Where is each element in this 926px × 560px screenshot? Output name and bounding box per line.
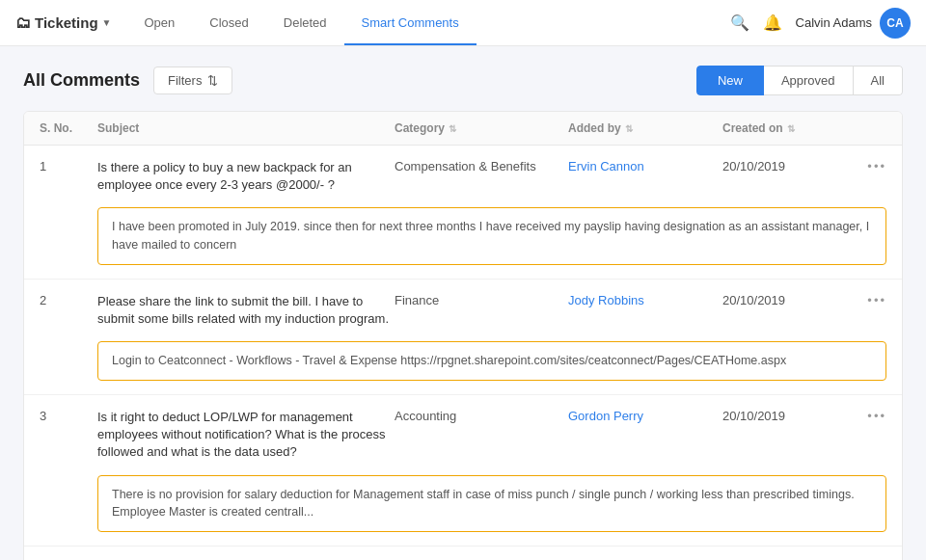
brand-name: Ticketing — [35, 14, 98, 31]
row-3-addedby[interactable]: Gordon Perry — [568, 409, 722, 423]
avatar[interactable]: CA — [880, 8, 911, 39]
row-2-sno: 2 — [40, 293, 97, 307]
row-3-more[interactable]: ••• — [848, 409, 886, 423]
row-2-date: 20/10/2019 — [722, 293, 848, 307]
row-2-category: Finance — [395, 293, 568, 307]
row-3-sno: 3 — [40, 409, 97, 423]
search-icon[interactable]: 🔍 — [730, 13, 749, 32]
row-1-main: 1 Is there a policy to buy a new backpac… — [24, 146, 902, 207]
row-2-comment: Login to Ceatconnect - Workflows - Trave… — [24, 341, 902, 394]
row-1-sno: 1 — [40, 159, 97, 173]
row-2-addedby[interactable]: Jody Robbins — [568, 293, 722, 307]
table-row: 2 Please share the link to submit the bi… — [24, 280, 902, 395]
row-1-comment: I have been promoted in July 2019. since… — [24, 207, 902, 279]
main-content: All Comments Filters ⇅ New Approved All … — [0, 46, 926, 560]
col-subject: Subject — [97, 121, 395, 135]
row-2-main: 2 Please share the link to submit the bi… — [24, 280, 902, 341]
header-row: All Comments Filters ⇅ New Approved All — [23, 66, 903, 95]
new-button[interactable]: New — [696, 66, 764, 95]
category-sort-icon[interactable]: ⇅ — [449, 123, 456, 134]
tab-closed[interactable]: Closed — [192, 0, 265, 45]
bell-icon[interactable]: 🔔 — [763, 13, 782, 32]
table-row: 4 Loss of pay is there in my salary of N… — [24, 547, 902, 560]
page-title: All Comments — [23, 70, 140, 91]
col-added-by: Added by ⇅ — [568, 121, 722, 135]
row-1-comment-box: I have been promoted in July 2019. since… — [97, 207, 886, 265]
row-3-comment: There is no provision for salary deducti… — [24, 475, 902, 547]
comments-table: S. No. Subject Category ⇅ Added by ⇅ Cre… — [23, 111, 903, 560]
topnav-right: 🔍 🔔 Calvin Adams CA — [730, 8, 911, 39]
user-profile[interactable]: Calvin Adams CA — [796, 8, 911, 39]
row-3-main: 3 Is it right to deduct LOP/LWP for mana… — [24, 395, 902, 475]
row-2-subject: Please share the link to submit the bill… — [97, 293, 395, 328]
row-1-addedby[interactable]: Ervin Cannon — [568, 159, 722, 173]
col-category: Category ⇅ — [395, 121, 568, 135]
brand-chevron[interactable]: ▼ — [102, 17, 112, 28]
brand[interactable]: 🗂 Ticketing ▼ — [15, 14, 111, 32]
tab-open[interactable]: Open — [126, 0, 192, 45]
col-actions — [848, 121, 886, 135]
approved-button[interactable]: Approved — [764, 66, 854, 95]
row-2-comment-box: Login to Ceatconnect - Workflows - Trave… — [97, 341, 886, 381]
addedby-sort-icon[interactable]: ⇅ — [625, 123, 633, 134]
row-1-date: 20/10/2019 — [722, 159, 848, 173]
row-1-category: Compensation & Benefits — [395, 159, 568, 173]
row-3-category: Accounting — [395, 409, 568, 423]
table-row: 1 Is there a policy to buy a new backpac… — [24, 146, 902, 280]
tab-deleted[interactable]: Deleted — [266, 0, 344, 45]
tab-smart-comments[interactable]: Smart Comments — [344, 0, 477, 45]
row-1-more[interactable]: ••• — [848, 159, 886, 173]
topnav: 🗂 Ticketing ▼ Open Closed Deleted Smart … — [0, 0, 926, 46]
nav-tabs: Open Closed Deleted Smart Comments — [126, 0, 476, 45]
username: Calvin Adams — [796, 15, 872, 30]
col-sno: S. No. — [40, 121, 97, 135]
row-4-main: 4 Loss of pay is there in my salary of N… — [24, 547, 902, 560]
row-3-date: 20/10/2019 — [722, 409, 848, 423]
col-created-on: Created on ⇅ — [722, 121, 848, 135]
table-header: S. No. Subject Category ⇅ Added by ⇅ Cre… — [24, 112, 902, 146]
row-3-subject: Is it right to deduct LOP/LWP for manage… — [97, 409, 395, 462]
row-1-subject: Is there a policy to buy a new backpack … — [97, 159, 395, 194]
brand-icon: 🗂 — [15, 14, 31, 32]
table-row: 3 Is it right to deduct LOP/LWP for mana… — [24, 395, 902, 547]
row-3-comment-box: There is no provision for salary deducti… — [97, 475, 886, 533]
row-2-more[interactable]: ••• — [848, 293, 886, 307]
createdon-sort-icon[interactable]: ⇅ — [787, 123, 795, 134]
filters-button[interactable]: Filters ⇅ — [153, 67, 232, 94]
view-toggle-group: New Approved All — [696, 66, 903, 95]
all-button[interactable]: All — [854, 66, 903, 95]
